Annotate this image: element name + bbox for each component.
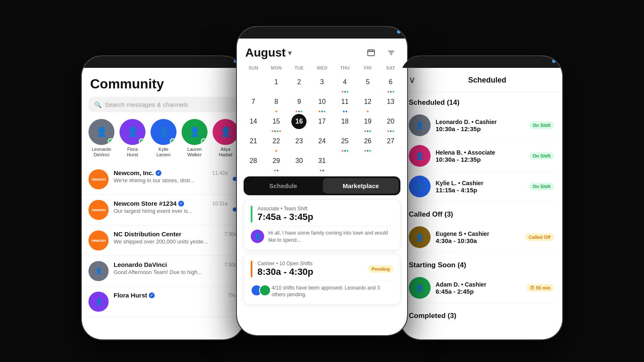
cal-day[interactable]: 16 [288, 113, 311, 133]
shift-msg-text: 4/10 shifts have been approved. Leonardo… [272, 284, 393, 299]
search-bar[interactable]: 🔍 Search messages & channels [88, 97, 237, 112]
cal-day[interactable]: 25 [333, 133, 356, 153]
tab-schedule[interactable]: Schedule [245, 178, 321, 194]
message-item[interactable]: 👤 Leonardo DaVinci 7:30a Good Afternoon … [82, 256, 244, 287]
cal-day-num: 13 [383, 94, 398, 109]
cal-day[interactable]: 23 [288, 133, 311, 153]
search-placeholder-text: Search messages & channels [105, 101, 188, 108]
cal-day-num: 29 [269, 153, 284, 168]
section-title-called-off: Called Off (3) [409, 210, 554, 219]
cal-day[interactable]: 11 [333, 93, 356, 113]
cal-day[interactable]: 15 [265, 113, 288, 133]
sched-avatar: 👤 [409, 277, 431, 299]
cal-day[interactable]: 31 [311, 153, 334, 172]
cal-day-num: 5 [360, 75, 375, 90]
avatar-item[interactable]: 👤 LaurenWalker [182, 119, 208, 158]
cal-day[interactable]: 24 [311, 133, 334, 153]
sched-item[interactable]: 👤 Eugene S • Cashier 4:30a - 10:30a Call… [409, 222, 554, 253]
shift-card-associate[interactable]: Associate • Team Shift 7:45a - 3:45p 👤 H… [244, 199, 400, 250]
sched-name: Eugene S • Cashier [436, 230, 520, 237]
cal-day[interactable]: 28 [242, 153, 265, 172]
cal-day[interactable]: 12 [356, 93, 379, 113]
avatar-name: AliyaHadad [219, 147, 232, 158]
left-phone-screen: Community 🔍 Search messages & channels 👤… [82, 56, 244, 339]
cal-day[interactable]: 30 [288, 153, 311, 172]
cal-day[interactable]: 13 [379, 93, 402, 113]
dot [320, 170, 322, 171]
cal-day[interactable]: 29 [265, 153, 288, 172]
cal-day[interactable]: 21 [242, 133, 265, 153]
center-phone-screen: August ▾ [237, 27, 407, 335]
avatar-item[interactable]: 👤 KylieLarsen [151, 119, 177, 158]
right-phone: ∨ Scheduled Scheduled (14) 👤 Leonardo D.… [400, 55, 563, 340]
cal-day[interactable]: 7 [242, 93, 265, 113]
month-chevron-icon[interactable]: ▾ [288, 49, 291, 57]
dot [392, 91, 394, 93]
avatar-item[interactable]: 👤 AliyaHadad [213, 119, 239, 158]
shift-msg-text: Hi all, I have some family coming into t… [268, 230, 393, 244]
cal-day[interactable]: 20 [379, 113, 402, 133]
cal-day-num: 25 [338, 134, 353, 149]
starting-soon-section: Starting Soon (4) 👤 Adam D. • Cashier 6:… [400, 255, 562, 306]
cal-day-num: 1 [269, 75, 284, 90]
calendar-month[interactable]: August ▾ [245, 46, 291, 59]
back-button[interactable]: ∨ [409, 75, 415, 85]
message-item[interactable]: newcom Newcom, Inc. ✓ 11:42a We're #hiri… [82, 164, 244, 195]
sched-item[interactable]: 👤 Helena B. • Associate 10:30a - 12:35p … [409, 141, 554, 171]
sched-item[interactable]: 👤 Kylie L. • Cashier 11:15a - 4:15p On S… [409, 171, 554, 202]
center-notch [297, 28, 347, 37]
cal-day-num: 24 [314, 134, 330, 149]
sched-item[interactable]: 👤 Adam D. • Cashier 6:45a - 2:45p ⏱ 55 m… [409, 273, 554, 303]
cal-day[interactable]: 19 [356, 113, 379, 133]
shift-msg-avatar-2 [259, 284, 271, 296]
message-item[interactable]: newcom NC Distribution Center 7:30a We s… [82, 225, 244, 256]
sched-avatar: 👤 [409, 226, 431, 248]
cal-day[interactable]: 9 [288, 93, 311, 113]
cal-day[interactable]: 8 [265, 93, 288, 113]
tab-marketplace[interactable]: Marketplace [323, 178, 399, 194]
weekday-mon: MON [265, 64, 288, 72]
cal-day[interactable]: 4 [333, 74, 356, 93]
cal-day[interactable]: 2 [288, 74, 311, 93]
cal-day[interactable]: 1 [265, 74, 288, 93]
shift-card-cashier[interactable]: Cashier • 10 Open Shifts 8:30a - 4:30p P… [244, 254, 400, 305]
sched-avatar: 👤 [409, 114, 431, 136]
sched-item[interactable]: 👤 Leonardo D. • Cashier 10:30a - 12:35p … [409, 110, 554, 141]
dot [274, 130, 276, 132]
cal-day[interactable]: 14 [242, 113, 265, 133]
cal-day-num: 6 [383, 75, 398, 90]
cal-day [356, 153, 379, 172]
cal-day[interactable]: 27 [379, 133, 402, 153]
cal-day[interactable]: 26 [356, 133, 379, 153]
cal-day[interactable]: 3 [311, 74, 334, 93]
cal-day[interactable]: 18 [333, 113, 356, 133]
cal-day-num-today: 16 [291, 114, 306, 129]
avatar-item[interactable]: 👤 LeonardoDaVinci [88, 119, 114, 158]
center-notch-bar [237, 27, 407, 39]
calendar-filter-icon[interactable] [384, 45, 399, 60]
newcom-logo: newcom [88, 169, 109, 189]
message-item[interactable]: newcom Newcom Store #1234 ✓ 10:31a Our l… [82, 195, 244, 225]
cal-day[interactable]: 22 [265, 133, 288, 153]
cal-day[interactable]: 5 [356, 74, 379, 93]
calendar-view-icon[interactable] [364, 45, 379, 60]
cal-week-2: 7 8 9 10 11 12 13 [242, 93, 402, 113]
message-item[interactable]: 👤 Flora Hurst ✓ Thu [82, 287, 244, 317]
search-icon: 🔍 [94, 101, 101, 108]
cal-day[interactable]: 10 [311, 93, 334, 113]
cal-day[interactable]: 17 [311, 113, 334, 133]
shift-message: 👤 Hi all, I have some family coming into… [251, 226, 393, 244]
msg-preview: We shipped over 200,000 units yeste... [114, 238, 237, 245]
cal-day-num [360, 153, 375, 168]
dot [301, 111, 302, 112]
avatar-name: LaurenWalker [187, 147, 202, 158]
called-off-section: Called Off (3) 👤 Eugene S • Cashier 4:30… [400, 204, 562, 255]
cal-day[interactable]: 6 [379, 74, 402, 93]
dot [369, 150, 371, 152]
cal-day[interactable] [242, 74, 265, 93]
avatar-item[interactable]: 👤 FloraHurst [119, 119, 145, 158]
msg-content: NC Distribution Center 7:30a We shipped … [114, 230, 237, 245]
msg-avatar: 👤 [88, 292, 109, 312]
avatar-circle: 👤 [151, 119, 177, 145]
cal-dots [320, 169, 324, 171]
